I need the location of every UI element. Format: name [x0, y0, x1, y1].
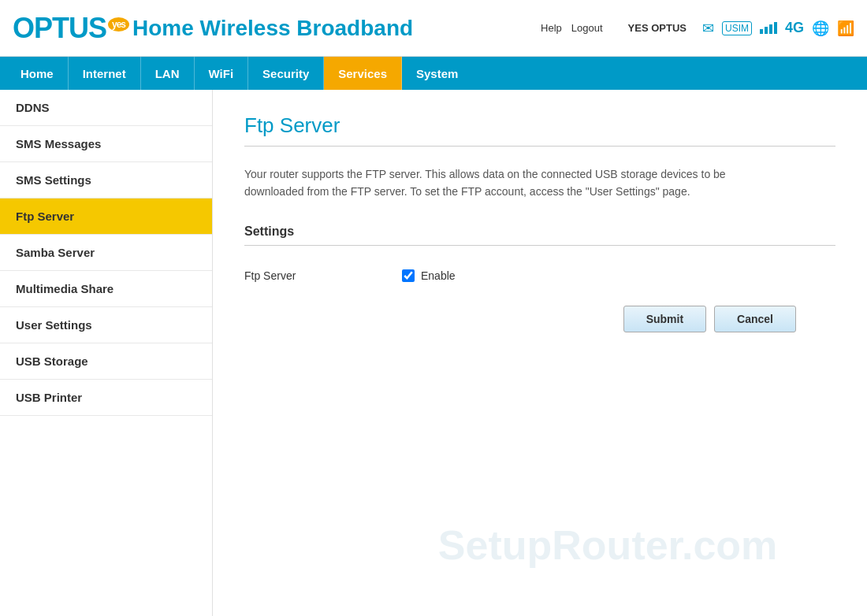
buttons-row: Submit Cancel	[244, 306, 796, 332]
sidebar-item-sms-settings[interactable]: SMS Settings	[0, 162, 212, 199]
globe-icon: 🌐	[812, 20, 829, 37]
sidebar-item-ftp-server[interactable]: Ftp Server	[0, 199, 212, 235]
main-nav: Home Internet LAN WiFi Security Services…	[0, 57, 867, 90]
ftp-server-label: Ftp Server	[244, 269, 402, 282]
nav-system[interactable]: System	[402, 57, 472, 90]
nav-lan[interactable]: LAN	[141, 57, 195, 90]
sidebar-item-usb-storage[interactable]: USB Storage	[0, 343, 212, 380]
cancel-button[interactable]: Cancel	[714, 306, 796, 332]
header-right: Help Logout YES OPTUS ✉ USIM 4G 🌐 📶	[541, 20, 854, 37]
main-layout: DDNS SMS Messages SMS Settings Ftp Serve…	[0, 90, 867, 616]
logout-link[interactable]: Logout	[571, 22, 603, 34]
header-icons: ✉ USIM 4G 🌐 📶	[702, 20, 854, 37]
signal-bars-icon	[760, 22, 777, 34]
nav-wifi[interactable]: WiFi	[195, 57, 249, 90]
sidebar-item-ddns[interactable]: DDNS	[0, 90, 212, 126]
logo-area: OPTUSyes Home Wireless Broadband	[13, 12, 413, 45]
nav-internet[interactable]: Internet	[69, 57, 141, 90]
sidebar-item-sms-messages[interactable]: SMS Messages	[0, 126, 212, 162]
header-links: Help Logout	[541, 22, 603, 34]
sidebar: DDNS SMS Messages SMS Settings Ftp Serve…	[0, 90, 213, 616]
nav-security[interactable]: Security	[248, 57, 324, 90]
help-link[interactable]: Help	[541, 22, 562, 34]
page-description: Your router supports the FTP server. Thi…	[244, 165, 780, 201]
sidebar-item-multimedia-share[interactable]: Multimedia Share	[0, 271, 212, 307]
optus-logo: OPTUSyes	[13, 12, 129, 45]
ftp-server-control: Enable	[402, 269, 456, 282]
wifi-icon: 📶	[837, 20, 854, 37]
title-divider	[244, 146, 835, 147]
usim-icon: USIM	[722, 21, 752, 35]
ftp-server-setting-row: Ftp Server Enable	[244, 262, 835, 290]
nav-home[interactable]: Home	[6, 57, 69, 90]
sidebar-item-user-settings[interactable]: User Settings	[0, 307, 212, 343]
section-title: Settings	[244, 225, 835, 239]
watermark: SetupRouter.com	[438, 521, 778, 569]
logo-subtitle: Home Wireless Broadband	[132, 16, 413, 41]
section-divider	[244, 245, 835, 246]
yes-badge: yes	[108, 17, 129, 32]
yes-optus-label: YES OPTUS	[628, 22, 687, 34]
page-title: Ftp Server	[244, 113, 835, 138]
mail-icon: ✉	[702, 20, 714, 37]
sidebar-item-samba-server[interactable]: Samba Server	[0, 235, 212, 271]
4g-label: 4G	[785, 20, 804, 36]
ftp-server-enable-checkbox[interactable]	[402, 269, 415, 282]
nav-services[interactable]: Services	[324, 57, 402, 90]
submit-button[interactable]: Submit	[623, 306, 706, 332]
content-area: Ftp Server Your router supports the FTP …	[213, 90, 867, 616]
header: OPTUSyes Home Wireless Broadband Help Lo…	[0, 0, 867, 57]
enable-label: Enable	[421, 269, 456, 282]
sidebar-item-usb-printer[interactable]: USB Printer	[0, 380, 212, 416]
